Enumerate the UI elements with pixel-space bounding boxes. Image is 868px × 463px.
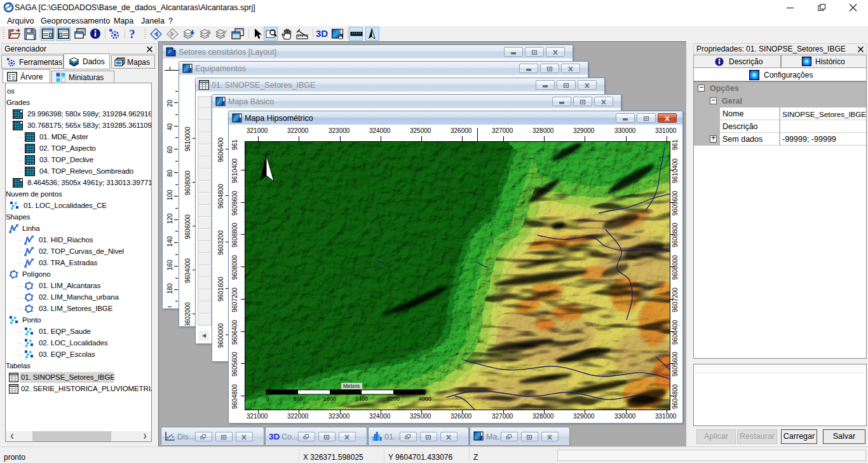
svg-text:3D: 3D [269,432,280,441]
svg-text:3D: 3D [316,28,328,39]
svg-text:?: ? [129,28,135,40]
